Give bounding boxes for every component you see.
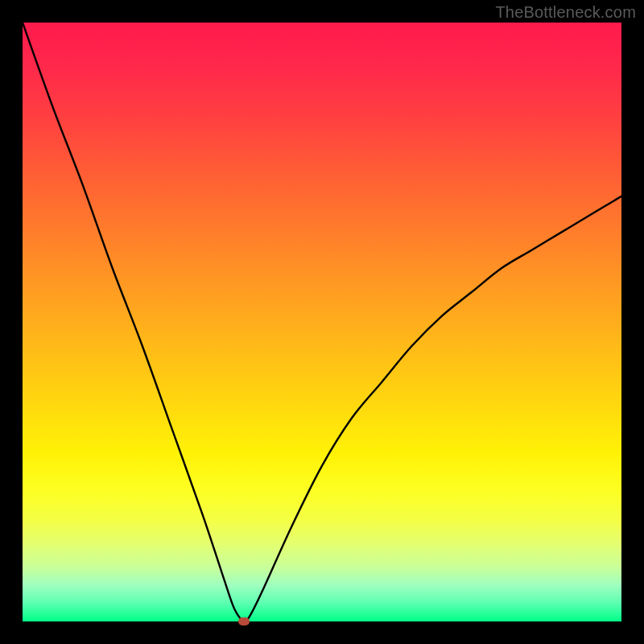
bottleneck-curve — [23, 23, 621, 621]
chart-frame: TheBottleneck.com — [0, 0, 644, 644]
optimal-point-marker — [238, 617, 250, 625]
plot-area — [23, 23, 621, 621]
watermark-text: TheBottleneck.com — [495, 3, 636, 22]
